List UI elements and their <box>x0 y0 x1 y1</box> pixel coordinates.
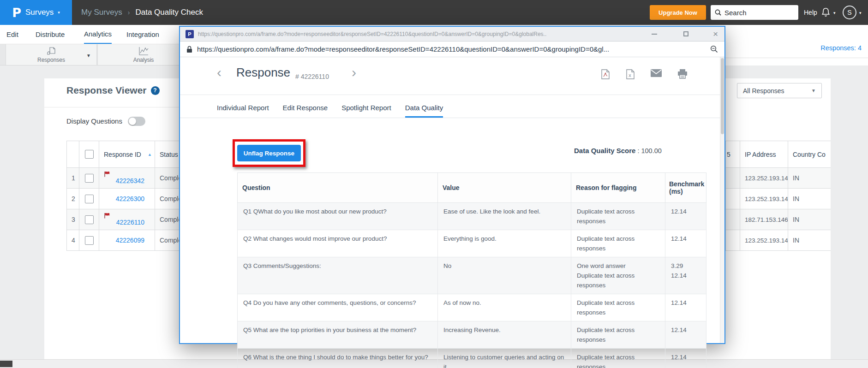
response-id-cell[interactable]: 42226300 <box>99 189 155 209</box>
avatar[interactable]: S <box>843 6 856 19</box>
value-cell: Everything is good. <box>438 230 571 257</box>
horizontal-scrollbar-thumb[interactable] <box>0 361 12 367</box>
truncated-cell <box>726 168 740 189</box>
response-id-cell[interactable]: 42226110 <box>99 209 155 230</box>
page-title: Response Viewer ? <box>66 85 160 96</box>
table-header-row: 5 IP Address Country Co <box>726 141 831 168</box>
row-checkbox[interactable] <box>85 195 94 203</box>
tab-spotlight-report[interactable]: Spotlight Report <box>341 104 391 118</box>
address-bar[interactable]: https://questionpro.com/a/frame.do?mode=… <box>180 42 724 57</box>
vertical-scrollbar[interactable] <box>720 57 724 343</box>
tab-individual-report[interactable]: Individual Report <box>217 104 269 118</box>
truncated-cell <box>726 230 740 251</box>
table-row[interactable]: 123.252.193.148 IN <box>726 189 831 209</box>
next-response-icon[interactable]: › <box>352 65 356 80</box>
bell-chevron-down-icon[interactable]: ▾ <box>833 11 836 15</box>
table-row[interactable]: 182.71.153.146 IN <box>726 209 831 230</box>
row-checkbox[interactable] <box>85 215 94 224</box>
benchmark-cell: 12.14 <box>665 203 706 230</box>
table-row: Q2 What changes would most improve our p… <box>238 230 706 257</box>
row-number: 4 <box>67 230 79 251</box>
help-icon[interactable]: ? <box>151 86 160 95</box>
nav-analytics[interactable]: Analytics <box>84 25 112 44</box>
toggle-knob <box>129 118 136 125</box>
question-cell: Q1 QWhat do you like most about our new … <box>238 203 438 230</box>
nav-edit[interactable]: Edit <box>6 25 18 44</box>
table-row[interactable]: 123.252.193.148 IN <box>726 168 831 189</box>
score-value: : 100.00 <box>635 147 661 154</box>
notifications-bell-icon[interactable] <box>821 7 831 18</box>
breadcrumb-my-surveys[interactable]: My Surveys <box>81 8 122 17</box>
pdf-export-icon[interactable] <box>601 69 610 80</box>
chevron-down-icon: ▼ <box>811 88 816 93</box>
responses-count[interactable]: Responses: 4 <box>820 44 862 52</box>
ip-cell: 182.71.153.146 <box>740 209 788 230</box>
tab-edit-response[interactable]: Edit Response <box>283 104 328 118</box>
responses-tool-button[interactable]: Responses ▼ <box>6 44 97 65</box>
search-input[interactable] <box>724 9 789 17</box>
benchmark-header: Benchmark (ms) <box>665 173 706 203</box>
nav-distribute[interactable]: Distribute <box>36 25 65 44</box>
responses-table-right-columns: 5 IP Address Country Co 123.252.193.148 … <box>725 141 831 251</box>
all-responses-dropdown[interactable]: All Responses ▼ <box>737 83 822 98</box>
sort-asc-icon[interactable]: ▲ <box>148 152 152 157</box>
address-url[interactable]: https://questionpro.com/a/frame.do?mode=… <box>197 45 706 53</box>
minimize-icon[interactable] <box>652 34 657 35</box>
print-icon[interactable] <box>677 69 688 80</box>
reason-cell: Duplicate text across responses <box>571 349 665 368</box>
select-all-checkbox[interactable] <box>85 150 94 159</box>
questionpro-mini-logo: P <box>186 30 194 38</box>
benchmark-cell: 12.14 <box>665 321 706 349</box>
country-cell: IN <box>788 230 831 251</box>
table-header-row: Question Value Reason for flagging Bench… <box>238 173 706 203</box>
benchmark-cell: 12.14 <box>665 349 706 368</box>
country-code-header[interactable]: Country Co <box>788 141 831 168</box>
benchmark-cell: 3.2912.14 <box>665 257 706 294</box>
benchmark-cell: 12.14 <box>665 230 706 257</box>
search-icon <box>715 9 721 16</box>
checkbox-cell <box>79 168 99 189</box>
ip-cell: 123.252.193.148 <box>740 189 788 209</box>
zoom-search-icon[interactable] <box>710 45 718 53</box>
previous-response-icon[interactable]: ‹ <box>217 65 221 80</box>
display-questions-label: Display Questions <box>66 117 122 125</box>
all-responses-value: All Responses <box>743 87 784 95</box>
truncated-column-header: 5 <box>726 141 740 168</box>
tab-data-quality[interactable]: Data Quality <box>405 104 443 118</box>
unflag-response-button[interactable]: Unflag Response <box>237 145 301 161</box>
row-checkbox[interactable] <box>85 236 94 245</box>
help-link[interactable]: Help <box>804 0 817 25</box>
responses-tool-label: Responses <box>37 57 65 63</box>
email-icon[interactable] <box>651 69 662 80</box>
analysis-tool-button[interactable]: Analysis ▼ <box>97 44 190 65</box>
reason-cell: Duplicate text across responses <box>571 321 665 349</box>
ip-address-header[interactable]: IP Address <box>740 141 788 168</box>
reason-cell: Duplicate text across responses <box>571 230 665 257</box>
value-cell: No <box>438 257 571 294</box>
display-questions-toggle[interactable] <box>128 117 145 126</box>
checkbox-cell <box>79 230 99 251</box>
maximize-icon[interactable] <box>683 31 688 36</box>
upgrade-now-button[interactable]: Upgrade Now <box>650 5 706 20</box>
questionpro-logo: P <box>12 6 21 20</box>
responses-count-strip: Responses: 4 <box>725 25 868 65</box>
avatar-chevron-down-icon[interactable]: ▾ <box>859 11 862 15</box>
response-id-header[interactable]: Response ID▲ <box>99 141 155 168</box>
responses-chevron-down-icon[interactable]: ▼ <box>86 53 91 58</box>
row-checkbox[interactable] <box>85 174 94 183</box>
close-icon[interactable]: × <box>713 30 718 38</box>
table-row[interactable]: 123.252.193.148 IN <box>726 230 831 251</box>
surveys-menu[interactable]: P Surveys ▾ <box>0 0 72 25</box>
table-row: Q5 What are the top priorities in your b… <box>238 321 706 349</box>
response-id-cell[interactable]: 42226342 <box>99 168 155 189</box>
excel-export-icon[interactable]: x <box>626 69 635 80</box>
reason-cell: Duplicate text across responses <box>571 294 665 321</box>
scrollbar-thumb[interactable] <box>721 58 724 134</box>
value-cell: Listening to customer queries and acting… <box>438 349 571 368</box>
nav-integration[interactable]: Integration <box>126 25 159 44</box>
row-number: 2 <box>67 189 79 209</box>
search-box[interactable] <box>711 5 798 20</box>
chevron-down-icon: ▾ <box>58 10 60 15</box>
window-titlebar[interactable]: P https://questionpro.com/a/frame.do?mod… <box>180 27 724 42</box>
response-id-cell[interactable]: 42226099 <box>99 230 155 251</box>
